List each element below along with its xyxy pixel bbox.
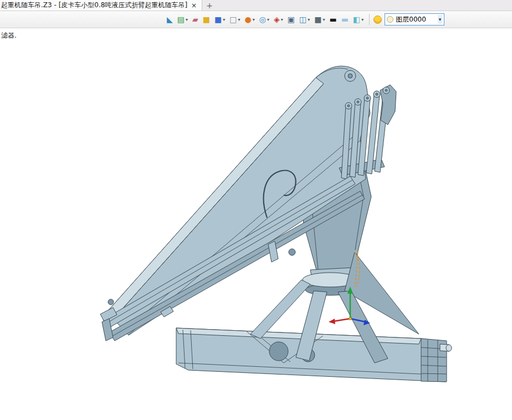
- layer-combo[interactable]: 图层0000 ▾: [385, 13, 444, 25]
- layer-stack-icon-button[interactable]: ▤▾: [176, 13, 190, 26]
- tab-title: 起重机随车吊.Z3 - [皮卡车小型0.8吨液压式折臂起重机随车吊]: [1, 1, 187, 10]
- shaded-cube-icon: ■: [314, 16, 321, 23]
- chassis-large-hole: [269, 342, 288, 361]
- solid-box-blue-icon-button[interactable]: ■▾: [213, 13, 227, 26]
- outrigger-box[interactable]: [421, 339, 452, 382]
- x-axis-red[interactable]: [333, 319, 350, 321]
- dropdown-caret-icon[interactable]: ▾: [223, 17, 225, 22]
- move-view-icon-button[interactable]: ◈▾: [272, 13, 285, 26]
- toolbar-icon-group: ◣▤▾▰■■▾□▾●▾◎▾◈▾▣◫▾■▾▬▬◧▾: [165, 13, 365, 26]
- erase-display-icon: ▰: [192, 16, 198, 23]
- dropdown-caret-icon[interactable]: ▾: [186, 17, 188, 22]
- section-view-icon: ◫: [299, 16, 306, 23]
- dropdown-caret-icon[interactable]: ▾: [361, 17, 363, 22]
- appearance-swatch-icon: ◧: [353, 16, 360, 23]
- solid-box-yellow-icon: ■: [203, 16, 210, 23]
- wireframe-cube-icon-button[interactable]: □▾: [228, 13, 242, 26]
- viewport-window-icon-button[interactable]: ▣: [286, 13, 296, 26]
- dropdown-caret-icon[interactable]: ▾: [267, 17, 269, 22]
- dropdown-caret-icon[interactable]: ▾: [323, 17, 325, 22]
- background-light-icon: ▬: [341, 16, 349, 23]
- layer-color-chip: [387, 16, 393, 23]
- document-tab[interactable]: 起重机随车吊.Z3 - [皮卡车小型0.8吨液压式折臂起重机随车吊] ×: [0, 0, 202, 11]
- combo-dropdown-icon[interactable]: ▾: [438, 15, 443, 24]
- main-toolbar: ◣▤▾▰■■▾□▾●▾◎▾◈▾▣◫▾■▾▬▬◧▾ 图层0000 ▾: [0, 11, 512, 28]
- solid-box-blue-icon: ■: [214, 16, 222, 23]
- move-view-icon: ◈: [274, 16, 280, 23]
- tab-close-icon[interactable]: ×: [191, 2, 197, 9]
- triad-origin-point: [349, 317, 352, 320]
- background-light-icon-button[interactable]: ▬: [340, 13, 350, 26]
- boom-tip-hole: [108, 299, 114, 305]
- zoom-display-icon-button[interactable]: ◎▾: [258, 13, 271, 26]
- dropdown-caret-icon[interactable]: ▾: [238, 17, 240, 22]
- dropdown-caret-icon[interactable]: ▾: [308, 17, 310, 22]
- outrigger-pin-cap: [446, 345, 452, 351]
- render-mode-icon: ●: [245, 16, 252, 23]
- zoom-display-icon: ◎: [259, 16, 266, 23]
- wireframe-cube-icon: □: [229, 16, 237, 23]
- viewport-window-icon: ▣: [288, 16, 295, 23]
- solid-box-yellow-icon-button[interactable]: ■: [201, 13, 212, 26]
- crane-3d-model[interactable]: [0, 30, 512, 420]
- view-plane-icon: ◣: [167, 16, 173, 23]
- shaded-cube-icon-button[interactable]: ■▾: [313, 13, 326, 26]
- erase-display-icon-button[interactable]: ▰: [191, 13, 200, 26]
- background-dark-icon-button[interactable]: ▬: [328, 13, 339, 26]
- app-window: 起重机随车吊.Z3 - [皮卡车小型0.8吨液压式折臂起重机随车吊] × + ◣…: [0, 0, 512, 420]
- x-axis-arrowhead: [329, 319, 335, 324]
- dropdown-caret-icon[interactable]: ▾: [253, 17, 255, 22]
- layer-combo-value: 图层0000: [396, 15, 426, 24]
- view-plane-icon-button[interactable]: ◣: [165, 13, 175, 26]
- section-view-icon-button[interactable]: ◫▾: [298, 13, 311, 26]
- tab-bar: 起重机随车吊.Z3 - [皮卡车小型0.8吨液压式折臂起重机随车吊] × +: [0, 0, 512, 11]
- diagonal-brace[interactable]: [250, 280, 310, 339]
- viewport-canvas[interactable]: 滤器.: [0, 28, 512, 420]
- boom-pivot-hole: [289, 249, 295, 255]
- boom-head-pin-hole: [348, 74, 352, 78]
- background-dark-icon: ▬: [330, 16, 337, 23]
- new-tab-button[interactable]: +: [202, 0, 217, 11]
- dropdown-caret-icon[interactable]: ▾: [281, 17, 283, 22]
- lightbulb-layer-visibility-icon[interactable]: [373, 16, 382, 24]
- appearance-swatch-icon-button[interactable]: ◧▾: [351, 13, 365, 26]
- render-mode-icon-button[interactable]: ●▾: [243, 13, 257, 26]
- layer-stack-icon: ▤: [177, 16, 185, 23]
- toolbar-separator: [369, 14, 370, 25]
